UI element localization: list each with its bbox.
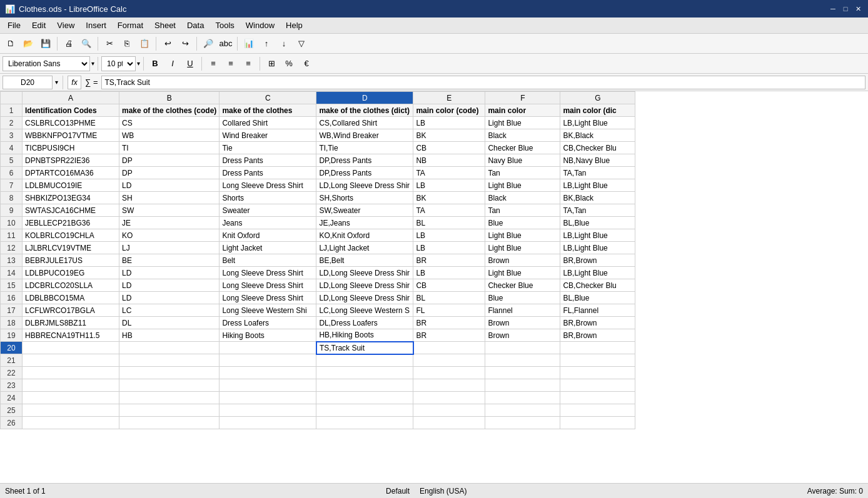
cell-c19[interactable]: Hiking Boots bbox=[220, 329, 316, 342]
col-header-d[interactable]: D bbox=[316, 92, 413, 104]
cell-b15[interactable]: LD bbox=[119, 279, 220, 292]
cell-a23[interactable] bbox=[23, 379, 119, 392]
cell-e15[interactable]: CB bbox=[413, 279, 485, 292]
row-header-7[interactable]: 7 bbox=[1, 179, 23, 192]
cell-d14[interactable]: LD,Long Sleeve Dress Shir bbox=[316, 267, 413, 279]
row-header-4[interactable]: 4 bbox=[1, 142, 23, 154]
cell-c7[interactable]: Long Sleeve Dress Shirt bbox=[220, 179, 316, 192]
spellcheck-btn[interactable]: abc bbox=[218, 36, 234, 52]
cell-g24[interactable] bbox=[560, 392, 635, 404]
cell-e16[interactable]: BL bbox=[413, 292, 485, 304]
cell-c12[interactable]: Light Jacket bbox=[220, 242, 316, 254]
cell-c20[interactable] bbox=[220, 342, 316, 354]
cell-e6[interactable]: TA bbox=[413, 167, 485, 179]
formula-input[interactable]: TS,Track Suit bbox=[101, 76, 865, 89]
cell-b3[interactable]: WB bbox=[119, 129, 220, 142]
menu-item-sheet[interactable]: Sheet bbox=[149, 19, 181, 31]
cell-b11[interactable]: KO bbox=[119, 229, 220, 242]
cell-g20[interactable] bbox=[560, 342, 635, 354]
row-header-8[interactable]: 8 bbox=[1, 192, 23, 204]
filter-btn[interactable]: ▽ bbox=[293, 36, 310, 52]
cell-e2[interactable]: LB bbox=[413, 117, 485, 129]
cell-e26[interactable] bbox=[413, 417, 485, 429]
row-header-14[interactable]: 14 bbox=[1, 267, 23, 279]
cell-c23[interactable] bbox=[220, 379, 316, 392]
cell-b26[interactable] bbox=[119, 417, 220, 429]
cell-e7[interactable]: LB bbox=[413, 179, 485, 192]
cell-a14[interactable]: LDLBPUCO19EG bbox=[23, 267, 119, 279]
cell-d8[interactable]: SH,Shorts bbox=[316, 192, 413, 204]
cell-f19[interactable]: Brown bbox=[485, 329, 560, 342]
cell-e24[interactable] bbox=[413, 392, 485, 404]
chart-btn[interactable]: 📊 bbox=[241, 36, 257, 52]
menu-item-file[interactable]: File bbox=[3, 19, 26, 31]
open-btn[interactable]: 📂 bbox=[20, 36, 36, 52]
col-header-c[interactable]: C bbox=[220, 92, 316, 104]
row-header-12[interactable]: 12 bbox=[1, 242, 23, 254]
cell-a20[interactable] bbox=[23, 342, 119, 354]
col-header-b[interactable]: B bbox=[119, 92, 220, 104]
cell-b22[interactable] bbox=[119, 367, 220, 379]
cell-b24[interactable] bbox=[119, 392, 220, 404]
cell-f9[interactable]: Tan bbox=[485, 204, 560, 217]
close-button[interactable]: ✕ bbox=[853, 4, 863, 14]
cell-d20[interactable]: TS,Track Suit bbox=[316, 342, 413, 354]
cell-b14[interactable]: LD bbox=[119, 267, 220, 279]
sheet-table-wrapper[interactable]: A B C D E F G 1Identification Codesmake … bbox=[0, 91, 868, 483]
cell-a22[interactable] bbox=[23, 367, 119, 379]
cell-b5[interactable]: DP bbox=[119, 154, 220, 167]
cell-f2[interactable]: Light Blue bbox=[485, 117, 560, 129]
cell-a21[interactable] bbox=[23, 354, 119, 367]
row-header-13[interactable]: 13 bbox=[1, 254, 23, 267]
cell-b2[interactable]: CS bbox=[119, 117, 220, 129]
cut-btn[interactable]: ✂ bbox=[101, 36, 118, 52]
cell-g14[interactable]: LB,Light Blue bbox=[560, 267, 635, 279]
cell-f25[interactable] bbox=[485, 404, 560, 417]
cell-d9[interactable]: SW,Sweater bbox=[316, 204, 413, 217]
cell-e17[interactable]: FL bbox=[413, 304, 485, 317]
cell-e12[interactable]: LB bbox=[413, 242, 485, 254]
bold-btn[interactable]: B bbox=[147, 56, 163, 72]
cell-g1[interactable]: main color (dic bbox=[560, 104, 635, 117]
cell-c21[interactable] bbox=[220, 354, 316, 367]
cell-f17[interactable]: Flannel bbox=[485, 304, 560, 317]
cell-b1[interactable]: make of the clothes (code) bbox=[119, 104, 220, 117]
row-header-17[interactable]: 17 bbox=[1, 304, 23, 317]
cell-f12[interactable]: Light Blue bbox=[485, 242, 560, 254]
cell-f8[interactable]: Black bbox=[485, 192, 560, 204]
cell-d2[interactable]: CS,Collared Shirt bbox=[316, 117, 413, 129]
align-center-btn[interactable]: ≡ bbox=[223, 56, 239, 72]
cell-a2[interactable]: CSLBRLCO13PHME bbox=[23, 117, 119, 129]
cell-d11[interactable]: KO,Knit Oxford bbox=[316, 229, 413, 242]
cell-f6[interactable]: Tan bbox=[485, 167, 560, 179]
cell-d23[interactable] bbox=[316, 379, 413, 392]
currency-btn[interactable]: € bbox=[298, 56, 315, 72]
print-preview-btn[interactable]: 🔍 bbox=[78, 36, 94, 52]
cell-c16[interactable]: Long Sleeve Dress Shirt bbox=[220, 292, 316, 304]
cell-b20[interactable] bbox=[119, 342, 220, 354]
cell-g18[interactable]: BR,Brown bbox=[560, 317, 635, 329]
cell-f26[interactable] bbox=[485, 417, 560, 429]
cell-a4[interactable]: TICBPUSI9CH bbox=[23, 142, 119, 154]
cell-f1[interactable]: main color bbox=[485, 104, 560, 117]
cell-d16[interactable]: LD,Long Sleeve Dress Shir bbox=[316, 292, 413, 304]
cell-e9[interactable]: TA bbox=[413, 204, 485, 217]
menu-item-tools[interactable]: Tools bbox=[210, 19, 239, 31]
cell-a6[interactable]: DPTARTCO16MA36 bbox=[23, 167, 119, 179]
cell-f20[interactable] bbox=[485, 342, 560, 354]
row-header-21[interactable]: 21 bbox=[1, 354, 23, 367]
cell-b9[interactable]: SW bbox=[119, 204, 220, 217]
cell-c13[interactable]: Belt bbox=[220, 254, 316, 267]
font-size-select[interactable]: 10 pt bbox=[101, 56, 136, 71]
font-name-select[interactable]: Liberation Sans bbox=[3, 56, 90, 71]
cell-b13[interactable]: BE bbox=[119, 254, 220, 267]
underline-btn[interactable]: U bbox=[182, 56, 198, 72]
menu-item-insert[interactable]: Insert bbox=[81, 19, 111, 31]
row-header-23[interactable]: 23 bbox=[1, 379, 23, 392]
sort-desc-btn[interactable]: ↓ bbox=[276, 36, 292, 52]
cell-a7[interactable]: LDLBMUCO19IE bbox=[23, 179, 119, 192]
cell-g2[interactable]: LB,Light Blue bbox=[560, 117, 635, 129]
row-header-20[interactable]: 20 bbox=[1, 342, 23, 354]
cell-a3[interactable]: WBBKNFPO17VTME bbox=[23, 129, 119, 142]
cell-g8[interactable]: BK,Black bbox=[560, 192, 635, 204]
